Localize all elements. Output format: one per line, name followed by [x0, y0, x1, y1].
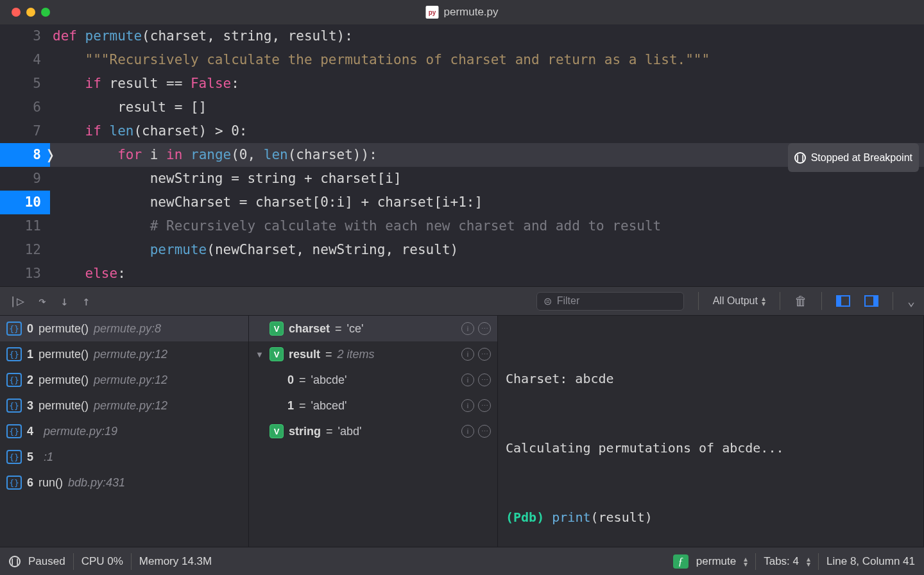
python-file-icon: py [425, 6, 438, 19]
t: newString = string + charset[i] [150, 171, 402, 186]
status-bar: ❙❙ Paused CPU 0% Memory 14.3M ƒ permute … [0, 547, 924, 575]
row-actions: i ⋯ [461, 373, 491, 386]
stack-frame[interactable]: {} 1 permute() permute.py:12 [0, 341, 248, 367]
variable-row[interactable]: ▼V result = 2 items i ⋯ [249, 341, 497, 367]
info-icon[interactable]: i [461, 425, 474, 438]
titlebar: py permute.py [0, 0, 924, 24]
left-panel-toggle[interactable] [836, 295, 850, 307]
info-icon[interactable]: i [461, 322, 474, 335]
pause-icon: ❙❙ [794, 152, 806, 164]
stack-frame[interactable]: {} 4 permute.py:19 [0, 418, 248, 444]
output-scope-select[interactable]: All Output ▴▾ [713, 295, 766, 307]
line-number[interactable]: 6 [0, 96, 50, 119]
more-icon[interactable]: ⋯ [478, 348, 491, 361]
minimize-window-button[interactable] [26, 8, 35, 17]
row-actions: i ⋯ [461, 399, 491, 412]
disclosure-icon[interactable]: ▼ [255, 350, 264, 359]
t: (charset) > 0: [133, 123, 247, 139]
gutter[interactable]: 3 4 5 6 7 8 9 10 11 12 13 [0, 24, 50, 286]
variables-pane[interactable]: V charset = 'ce' i ⋯ ▼V result = 2 items… [249, 316, 498, 547]
info-icon[interactable]: i [461, 348, 474, 361]
line-number[interactable]: 12 [0, 238, 50, 262]
info-icon[interactable]: i [461, 373, 474, 386]
t: if [85, 76, 101, 91]
step-out-button[interactable]: ↑ [82, 293, 90, 309]
debug-panes: {} 0 permute() permute.py:8{} 1 permute(… [0, 316, 924, 547]
trash-icon[interactable]: 🗑 [794, 293, 807, 309]
t: else [85, 266, 118, 281]
variable-row[interactable]: 1 = 'abced' i ⋯ [249, 393, 497, 418]
frame-icon: {} [6, 347, 22, 361]
updown-icon[interactable]: ▴▾ [744, 556, 748, 567]
t: def [53, 28, 77, 44]
more-icon[interactable]: ⋯ [478, 322, 491, 335]
row-actions: i ⋯ [461, 322, 491, 335]
pause-icon[interactable]: ❙❙ [9, 556, 21, 567]
tab-width[interactable]: Tabs: 4 [764, 555, 799, 568]
line-number[interactable]: 3 [0, 24, 50, 48]
t: len [264, 147, 288, 162]
cursor-position[interactable]: Line 8, Column 41 [826, 555, 915, 568]
code-body[interactable]: def permute(charset, string, result): ""… [50, 24, 924, 286]
stack-frame[interactable]: {} 6 run() bdb.py:431 [0, 470, 248, 495]
chevron-down-icon[interactable]: ⌄ [907, 293, 915, 309]
breakpoint-line-number[interactable]: 8 [0, 143, 50, 167]
debug-state: Paused [28, 555, 65, 568]
more-icon[interactable]: ⋯ [478, 425, 491, 438]
variable-row[interactable]: 0 = 'abcde' i ⋯ [249, 367, 497, 393]
stack-frame[interactable]: {} 2 permute() permute.py:12 [0, 367, 248, 393]
line-number[interactable]: 7 [0, 119, 50, 143]
close-window-button[interactable] [12, 8, 21, 17]
call-stack-pane[interactable]: {} 0 permute() permute.py:8{} 1 permute(… [0, 316, 249, 547]
stack-frame[interactable]: {} 3 permute() permute.py:12 [0, 393, 248, 418]
filter-icon: ⊜ [543, 295, 552, 307]
separator [818, 553, 819, 570]
breakpoint-line-number[interactable]: 10 [0, 191, 50, 214]
more-icon[interactable]: ⋯ [478, 399, 491, 412]
variable-icon: V [270, 322, 284, 336]
separator [821, 292, 822, 310]
row-actions: i ⋯ [461, 425, 491, 438]
t: newCharset = charset[0:i] + charset[i+1:… [150, 194, 483, 210]
line-number[interactable]: 9 [0, 167, 50, 191]
debug-console[interactable]: Charset: abcde Calculating permutations … [498, 316, 924, 547]
line-number[interactable]: 13 [0, 262, 50, 286]
updown-icon[interactable]: ▴▾ [807, 556, 810, 567]
line-number[interactable]: 11 [0, 214, 50, 238]
t: : [117, 266, 126, 281]
t: (charset)): [288, 147, 377, 162]
separator [755, 553, 756, 570]
frame-icon: {} [6, 476, 22, 490]
info-icon[interactable]: i [461, 399, 474, 412]
t: permute [150, 242, 207, 257]
variable-row[interactable]: V charset = 'ce' i ⋯ [249, 316, 497, 341]
separator [131, 553, 132, 570]
more-icon[interactable]: ⋯ [478, 373, 491, 386]
t: permute [85, 28, 142, 44]
separator [780, 292, 780, 310]
right-panel-toggle[interactable] [864, 295, 878, 307]
t: (charset, string, result): [142, 28, 353, 44]
stack-frame[interactable]: {} 5 :1 [0, 444, 248, 470]
window-controls [0, 8, 50, 17]
step-into-button[interactable]: ↓ [60, 293, 68, 309]
line-number[interactable]: 5 [0, 72, 50, 96]
variable-icon: V [270, 347, 284, 361]
variable-row[interactable]: V string = 'abd' i ⋯ [249, 418, 497, 444]
filter-placeholder: Filter [557, 295, 580, 307]
t: (newCharset, newString, result) [207, 242, 458, 257]
frame-icon: {} [6, 450, 22, 464]
cpu-usage[interactable]: CPU 0% [81, 555, 123, 568]
current-function[interactable]: permute [696, 555, 736, 568]
fullscreen-button[interactable] [41, 8, 50, 17]
stack-frame[interactable]: {} 0 permute() permute.py:8 [0, 316, 248, 341]
step-over-button[interactable]: ↷ [38, 293, 46, 309]
t: False [191, 76, 231, 91]
separator [698, 292, 699, 310]
filter-input[interactable]: ⊜ Filter [536, 292, 684, 311]
t: (0, [231, 147, 264, 162]
line-number[interactable]: 4 [0, 48, 50, 72]
memory-usage[interactable]: Memory 14.3M [139, 555, 212, 568]
code-editor[interactable]: 3 4 5 6 7 8 9 10 11 12 13 def permute(ch… [0, 24, 924, 286]
continue-button[interactable]: ❘▷ [9, 293, 24, 309]
